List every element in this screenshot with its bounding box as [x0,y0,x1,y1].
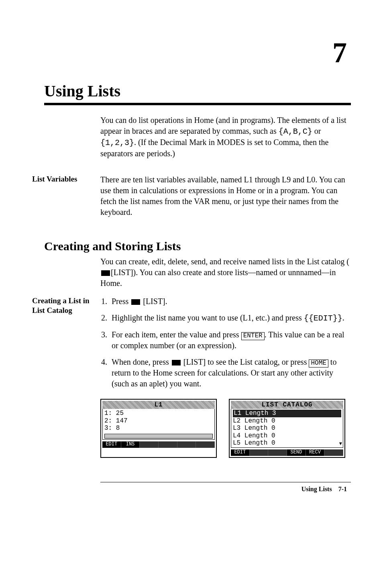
step1-a: Press [112,297,130,306]
input-line [104,434,213,439]
step-4: When done, press [LIST] to see the List … [109,357,351,389]
calculator-screen-l1-editor: L1 1: 25 2: 147 3: 8 EDIT INS [100,399,217,458]
step-3: For each item, enter the value and press… [109,329,351,351]
step2-b: . [342,313,344,322]
shift-key-icon [131,299,140,305]
softkey-blank [196,441,215,448]
softkey-blank [324,449,343,456]
shift-key-icon [172,360,181,365]
sidehead-creating-list: Creating a List in List Catalog [32,296,100,395]
footer-page: 7-1 [338,486,347,492]
softkey-blank [140,441,159,448]
footer-label: Using Lists [302,486,332,492]
softkeys-right: EDIT SEND RECV [231,449,343,456]
home-key: HOME [309,359,328,368]
softkey-edit[interactable]: EDIT [231,449,250,456]
calculator-screen-list-catalog: LIST CATALOG L1 Length 3 L2 Length 0 L3 … [229,399,345,458]
page-footer: Using Lists 7-1 [32,486,351,493]
step3-a: For each item, enter the value and press [112,330,241,339]
intro-paragraph: You can do list operations in Home (and … [100,115,351,159]
step4-a: When done, press [112,357,171,366]
catalog-row-l5: L5 Length 0 [233,439,341,447]
step1-b: [LIST]. [141,297,167,306]
creating-intro: You can create, edit, delete, send, and … [100,256,351,289]
softkey-blank [159,441,177,448]
l1-row-1: 1: 25 [104,410,213,417]
step-2: Highlight the list name you want to use … [109,312,351,324]
step4-b: [LIST] to see the List catalog, or press [181,357,309,366]
sidehead-list-variables: List Variables [32,174,100,223]
section-subtitle: Creating and Storing Lists [44,239,351,253]
intro-code-1: {A,B,C} [279,127,312,136]
softkey-blank [268,449,287,456]
intro-text-b: or [312,127,321,135]
catalog-row-l4: L4 Length 0 [233,432,341,439]
softkey-blank [250,449,269,456]
step-1: Press [LIST]. [109,296,351,307]
catalog-row-l2: L2 Length 0 [233,417,341,425]
l1-row-3: 3: 8 [104,425,213,432]
creating-intro-b: ). You can also create and store lists—n… [100,268,336,288]
softkey-edit[interactable]: EDIT [102,441,121,448]
screen-right-title: LIST CATALOG [231,401,343,409]
step2-code: {{EDIT}} [304,314,342,323]
l1-row-2: 2: 147 [104,417,213,425]
creating-intro-a: You can create, edit, delete, send, and … [100,257,349,266]
softkey-send[interactable]: SEND [287,449,306,456]
step2-a: Highlight the list name you want to use … [112,313,304,322]
shift-key-icon [101,270,110,276]
intro-code-2: {1,2,3} [100,138,134,147]
softkey-ins[interactable]: INS [121,441,140,448]
intro-text-c: . (If the Decimal Mark in MODES is set t… [100,138,328,158]
catalog-row-l3: L3 Length 0 [233,425,341,432]
softkey-recv[interactable]: RECV [306,449,325,456]
screen-left-title: L1 [102,401,215,409]
creating-intro-list: [LIST] [111,268,133,277]
list-variables-text: There are ten list variables available, … [100,174,351,218]
softkey-blank [177,441,196,448]
scroll-down-icon[interactable]: ▼ [339,441,342,447]
chapter-number: 7 [32,36,347,69]
page-title: Using Lists [44,82,351,105]
softkeys-left: EDIT INS [102,441,215,448]
catalog-row-l1: L1 Length 3 [233,410,341,417]
footer-rule [100,482,351,482]
enter-key: ENTER [241,332,265,340]
